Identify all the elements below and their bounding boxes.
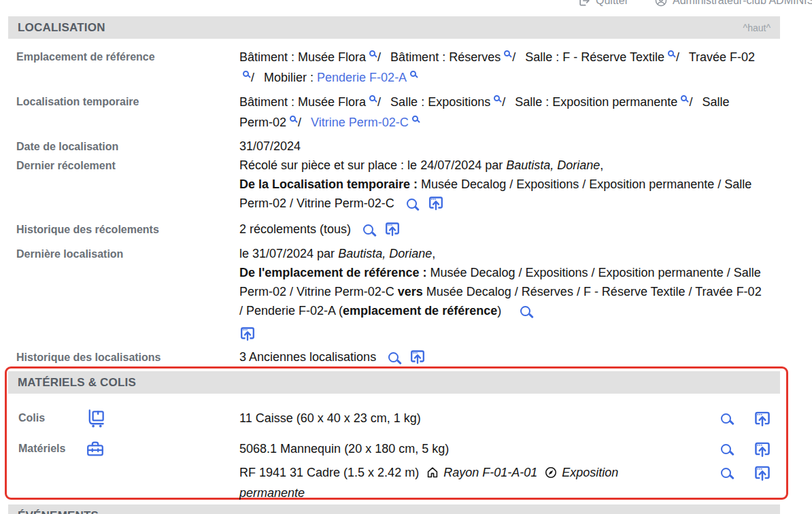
search-icon[interactable]: [243, 71, 249, 77]
section-title: ÉVÉNEMENTS: [18, 509, 99, 514]
field-row-emplacement-reference: Emplacement de référence Bâtiment : Musé…: [8, 47, 780, 88]
materiel-location: Rayon F-01-A-01: [443, 466, 537, 479]
recolement-text: Récolé sur pièce et sur place : le 24/07…: [239, 158, 506, 172]
materiel-value: RF 1941 31 Cadre (1.5 x 2.42 m)Rayon F-0…: [239, 464, 681, 502]
materiels-colis-header-bar: MATÉRIELS & COLIS: [8, 371, 780, 394]
separator: /: [502, 95, 505, 109]
colis-labelcol: Colis: [7, 408, 239, 429]
localisation-text: ,: [432, 247, 435, 260]
search-icon[interactable]: [721, 413, 731, 424]
field-label: Date de localisation: [8, 137, 239, 156]
quit-button[interactable]: Quitter: [577, 0, 628, 7]
recolement-source-label: De la Localisation temporaire :: [239, 177, 418, 191]
separator: /: [676, 50, 679, 64]
open-window-icon[interactable]: [754, 464, 771, 481]
field-value: Bâtiment : Musée Flora/ Salle : Expositi…: [239, 92, 763, 133]
colis-actions: [721, 409, 786, 427]
separator: /: [251, 71, 254, 84]
open-window-icon[interactable]: [428, 194, 444, 211]
field-value: le 31/07/2024 par Bautista, Doriane, De …: [239, 244, 763, 343]
home-icon: [426, 466, 439, 484]
location-segment: Bâtiment : Musée Flora: [239, 50, 366, 64]
separator: /: [377, 95, 381, 109]
evenements-section: ÉVÉNEMENTS: [8, 504, 780, 514]
separator: /: [377, 50, 381, 64]
search-icon[interactable]: [412, 116, 418, 122]
field-value: 31/07/2024: [239, 137, 763, 156]
location-segment: Mobilier :: [264, 71, 317, 84]
open-window-icon[interactable]: [384, 220, 401, 237]
localisation-header-bar: LOCALISATION ^haut^: [8, 16, 780, 39]
quit-label: Quitter: [596, 0, 628, 7]
location-segment: Bâtiment : Réserves: [390, 50, 501, 64]
recolements-count: 2 récolements (tous): [239, 222, 351, 236]
field-row-historique-localisations: Historique des localisations 3 Anciennes…: [8, 347, 780, 366]
search-icon[interactable]: [721, 444, 731, 454]
field-value: 3 Anciennes localisations: [239, 347, 763, 366]
materiels-row: Matériels 5068.1 Mannequin (20 x 180 cm,…: [7, 436, 786, 461]
materiels-colis-section: MATÉRIELS & COLIS Colis 11 Caisse (60 x …: [5, 366, 788, 500]
search-icon[interactable]: [407, 199, 417, 209]
search-icon[interactable]: [369, 50, 375, 56]
field-label: Historique des localisations: [8, 347, 239, 366]
localisation-fields: Emplacement de référence Bâtiment : Musé…: [8, 39, 780, 366]
localisation-section: LOCALISATION ^haut^ Emplacement de référ…: [8, 16, 780, 371]
field-label: Historique des récolements: [8, 220, 239, 239]
localisation-text: le 31/07/2024 par: [239, 247, 338, 260]
materiel-actions: [721, 440, 786, 458]
colis-row: Colis 11 Caisse (60 x 40 x 23 cm, 1 kg): [7, 404, 786, 432]
field-row-localisation-temporaire: Localisation temporaire Bâtiment : Musée…: [8, 92, 780, 133]
recolement-text: ,: [600, 158, 603, 172]
toolbox-icon: [85, 439, 105, 459]
search-icon[interactable]: [388, 352, 399, 362]
location-segment: Travée F-02: [689, 50, 755, 64]
field-label: Dernière localisation: [8, 244, 239, 343]
materiel-actions: [721, 464, 786, 481]
search-icon[interactable]: [494, 95, 500, 101]
location-segment: Salle : Expositions: [390, 95, 490, 109]
person-name: Bautista, Doriane: [506, 158, 600, 172]
field-value: 2 récolements (tous): [239, 220, 763, 239]
materiel-text: RF 1941 31 Cadre (1.5 x 2.42 m): [239, 466, 419, 479]
search-icon[interactable]: [668, 50, 674, 56]
materiels-labelcol: Matériels: [7, 439, 239, 459]
field-value: Récolé sur pièce et sur place : le 24/07…: [239, 156, 763, 213]
location-segment: Salle : F - Réserve Textile: [525, 50, 664, 64]
localisations-count: 3 Anciennes localisations: [239, 350, 376, 364]
search-icon[interactable]: [504, 50, 510, 56]
topbar: Quitter Administrateur-club ADMINIS: [577, 0, 812, 7]
field-value: Bâtiment : Musée Flora/ Bâtiment : Réser…: [239, 47, 763, 88]
search-icon[interactable]: [721, 468, 731, 478]
open-window-icon[interactable]: [409, 348, 426, 364]
back-to-top-link[interactable]: ^haut^: [743, 22, 771, 33]
search-icon[interactable]: [520, 306, 530, 316]
user-label: Administrateur-club ADMINIS: [673, 0, 812, 7]
location-link[interactable]: Vitrine Perm-02-C: [311, 116, 409, 129]
user-menu[interactable]: Administrateur-club ADMINIS: [654, 0, 812, 7]
colis-value: 11 Caisse (60 x 40 x 23 cm, 1 kg): [239, 409, 681, 427]
search-icon[interactable]: [363, 224, 373, 235]
materiels-row: RF 1941 31 Cadre (1.5 x 2.42 m)Rayon F-0…: [7, 464, 786, 502]
search-icon[interactable]: [369, 95, 375, 101]
location-segment: Salle : Exposition permanente: [515, 95, 677, 109]
location-link[interactable]: Penderie F-02-A: [317, 71, 407, 84]
localisation-text: ): [497, 304, 501, 318]
user-account-icon: [654, 0, 668, 7]
field-row-dernier-recolement: Dernier récolement Récolé sur pièce et s…: [8, 156, 780, 213]
open-window-icon[interactable]: [754, 440, 771, 458]
separator: /: [689, 95, 692, 109]
open-window-icon[interactable]: [754, 409, 771, 427]
compass-icon: [544, 466, 558, 484]
field-row-historique-recolements: Historique des récolements 2 récolements…: [8, 220, 780, 239]
emplacement-reference-label: emplacement de référence: [343, 304, 497, 318]
separator: /: [298, 116, 301, 129]
open-window-icon[interactable]: [239, 325, 256, 341]
materiels-label: Matériels: [18, 443, 85, 455]
search-icon[interactable]: [290, 116, 296, 122]
separator: /: [512, 50, 515, 64]
section-title: MATÉRIELS & COLIS: [18, 376, 136, 390]
logout-icon: [577, 0, 591, 7]
search-icon[interactable]: [681, 95, 687, 101]
search-icon[interactable]: [410, 71, 416, 77]
field-row-derniere-localisation: Dernière localisation le 31/07/2024 par …: [8, 244, 780, 343]
